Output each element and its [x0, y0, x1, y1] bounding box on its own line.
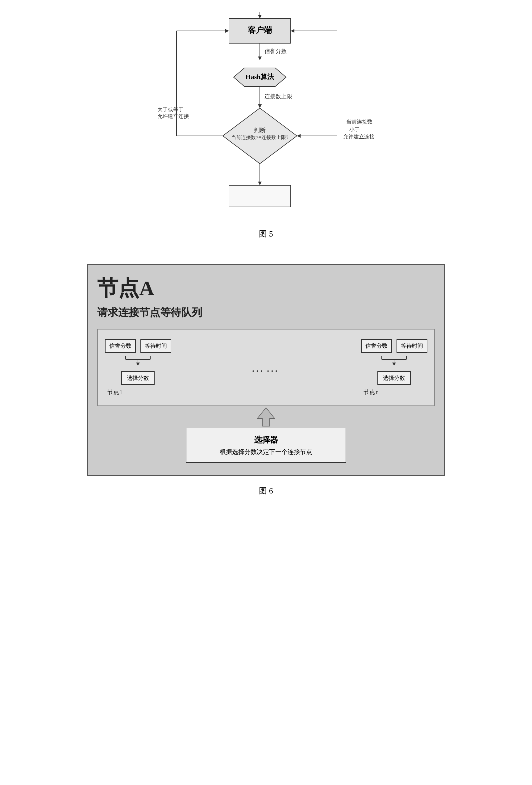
fig6-selector-title: 选择器	[199, 434, 333, 445]
fig6-node1-boxes: 信誉分数 等待时间	[104, 339, 172, 353]
svg-text:大于或等于: 大于或等于	[158, 106, 184, 112]
fig6-noden-arrow	[369, 356, 419, 368]
figure5-section: 客户端 信誉分数 Hash算法 连接数上限 判断 当前连接数>=连接数上限?	[133, 12, 399, 239]
svg-marker-10	[258, 104, 262, 108]
fig6-noden-boxes: 信誉分数 等待时间	[360, 339, 428, 353]
svg-marker-21	[225, 29, 229, 33]
fig6-node1: 信誉分数 等待时间 选择分数 节点1	[104, 339, 172, 396]
fig6-noden-label: 节点n	[363, 388, 379, 396]
svg-text:允许建立连接: 允许建立连接	[343, 134, 374, 140]
fig6-selector-box: 选择器 根据选择分数决定下一个连接节点	[186, 428, 346, 463]
svg-marker-42	[257, 408, 275, 426]
fig6-noden-wait: 等待时间	[397, 339, 427, 353]
fig6-queue-title: 请求连接节点等待队列	[97, 305, 435, 320]
svg-text:Hash算法: Hash算法	[246, 73, 275, 81]
fig6-noden: 信誉分数 等待时间 选择分数 节点n	[360, 339, 428, 396]
svg-marker-27	[291, 29, 294, 33]
fig6-queue-area: 信誉分数 等待时间 选择分数 节点1 …… 信誉分数	[97, 329, 435, 406]
fig6-node1-wait: 等待时间	[140, 339, 171, 353]
svg-rect-17	[229, 185, 291, 207]
svg-marker-3	[258, 15, 262, 19]
svg-text:判断: 判断	[254, 127, 266, 133]
fig6-noden-credit: 信誉分数	[361, 339, 392, 353]
svg-text:当前连接数>=连接数上限?: 当前连接数>=连接数上限?	[231, 135, 288, 140]
fig6-selector-sub: 根据选择分数决定下一个连接节点	[199, 448, 333, 456]
svg-marker-41	[392, 362, 396, 365]
fig6-up-arrow-svg	[254, 406, 278, 428]
fig6-node1-arrow	[113, 356, 163, 368]
svg-text:当前连接数: 当前连接数	[346, 119, 372, 125]
svg-marker-5	[258, 56, 262, 60]
svg-text:连接数上限: 连接数上限	[264, 93, 292, 99]
svg-marker-31	[297, 134, 300, 138]
fig6-node-a-title: 节点A	[97, 274, 435, 302]
fig6-noden-select: 选择分数	[377, 371, 411, 385]
svg-marker-36	[136, 362, 140, 365]
svg-text:信誉分数: 信誉分数	[264, 48, 287, 54]
fig6-node1-label: 节点1	[107, 388, 123, 396]
fig6-node1-credit: 信誉分数	[105, 339, 136, 353]
svg-text:小于: 小于	[349, 127, 360, 132]
fig6-node1-select: 选择分数	[121, 371, 155, 385]
fig6-selector-area: 选择器 根据选择分数决定下一个连接节点	[97, 406, 435, 463]
svg-text:客户端: 客户端	[248, 25, 272, 34]
fig6-outer-box: 节点A 请求连接节点等待队列 信誉分数 等待时间 选择分数 节点1	[87, 264, 445, 476]
figure6-section: 节点A 请求连接节点等待队列 信誉分数 等待时间 选择分数 节点1	[81, 264, 451, 496]
svg-marker-16	[258, 182, 262, 185]
fig5-label: 图 5	[259, 229, 273, 239]
fig5-diagram: 客户端 信誉分数 Hash算法 连接数上限 判断 当前连接数>=连接数上限?	[158, 12, 374, 222]
svg-text:不允许建立连接: 不允许建立连接	[158, 113, 189, 119]
fig6-dots: ……	[172, 360, 360, 375]
fig6-label: 图 6	[259, 485, 273, 496]
